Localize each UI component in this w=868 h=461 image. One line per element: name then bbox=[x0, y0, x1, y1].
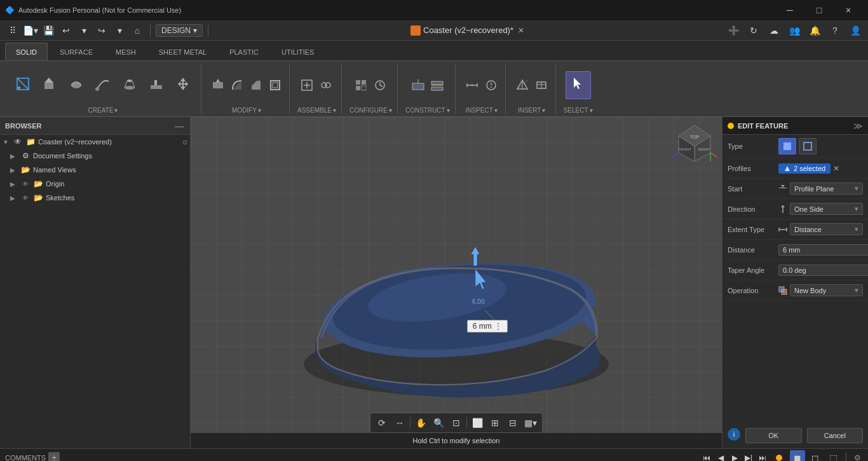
zoom-fit-button[interactable]: ⊡ bbox=[449, 415, 464, 430]
tab-sheet-metal[interactable]: SHEET METAL bbox=[148, 43, 217, 60]
quick-access-bar: ⠿ 📄▾ 💾 ↩ ▾ ↪ ▾ ⌂ DESIGN ▾ Coaster (v2~re… bbox=[0, 20, 868, 41]
timeline-end-button[interactable]: ⏭ bbox=[757, 452, 768, 462]
dim-menu-button[interactable]: ⋮ bbox=[494, 322, 502, 331]
solid-view-button[interactable]: ◼ bbox=[790, 450, 805, 462]
users-button[interactable]: 👥 bbox=[787, 23, 802, 38]
rib-button[interactable] bbox=[144, 71, 169, 99]
direction-dropdown[interactable]: One Side ▾ bbox=[790, 203, 863, 215]
design-workspace-button[interactable]: DESIGN ▾ bbox=[156, 24, 203, 37]
profiles-clear-button[interactable]: ✕ bbox=[833, 164, 839, 173]
add-tab-button[interactable]: ➕ bbox=[726, 23, 741, 38]
ef-expand-button[interactable]: ≫ bbox=[853, 121, 863, 131]
tree-item-sketches[interactable]: ▶ 👁 📂 Sketches bbox=[0, 191, 190, 205]
revolve-button[interactable] bbox=[64, 71, 89, 99]
tab-solid[interactable]: SOLID bbox=[5, 43, 48, 60]
configure-btn-1[interactable] bbox=[352, 76, 370, 94]
redo-arrow-button[interactable]: ▾ bbox=[112, 23, 127, 38]
visibility-icon-origin[interactable]: 👁 bbox=[20, 179, 31, 189]
zoom-button[interactable]: 🔍 bbox=[431, 415, 446, 430]
grid-menu-button[interactable]: ⠿ bbox=[5, 23, 20, 38]
undo-arrow-button[interactable]: ▾ bbox=[76, 23, 92, 38]
user-button[interactable]: 👤 bbox=[848, 23, 863, 38]
orbit-button[interactable]: ⟳ bbox=[374, 415, 390, 430]
fillet-button[interactable] bbox=[228, 76, 246, 94]
midplane-button[interactable] bbox=[428, 76, 446, 94]
notifications-button[interactable]: 🔔 bbox=[807, 23, 822, 38]
grid-menu-button[interactable]: ⊟ bbox=[505, 415, 520, 430]
file-menu-button[interactable]: 📄▾ bbox=[23, 23, 38, 38]
tab-mesh[interactable]: MESH bbox=[105, 43, 147, 60]
redo-button[interactable]: ↪ bbox=[94, 23, 109, 38]
loft-button[interactable] bbox=[117, 71, 142, 99]
inspect-btn-2[interactable] bbox=[482, 76, 500, 94]
sweep-button[interactable] bbox=[90, 71, 116, 99]
view-cube-button[interactable]: ⬜ bbox=[470, 415, 485, 430]
tree-item-doc-settings[interactable]: ▶ ⚙ Document Settings bbox=[0, 149, 190, 163]
joint-button[interactable] bbox=[317, 76, 335, 94]
tab-surface[interactable]: SURFACE bbox=[49, 43, 104, 60]
operation-dropdown[interactable]: New Body ▾ bbox=[790, 284, 863, 296]
measure-button[interactable] bbox=[463, 76, 481, 94]
chamfer-button[interactable] bbox=[247, 76, 265, 94]
type-btn-surface[interactable] bbox=[799, 138, 817, 155]
save-button[interactable]: 💾 bbox=[41, 23, 56, 38]
minimize-button[interactable]: ─ bbox=[775, 0, 804, 20]
new-component-button[interactable] bbox=[298, 76, 316, 94]
configure-group-label: CONFIGURE ▾ bbox=[349, 107, 392, 114]
profiles-selected-button[interactable]: 2 selected bbox=[778, 163, 831, 174]
grid-toggle-button[interactable]: ⊞ bbox=[487, 415, 503, 430]
cancel-button[interactable]: Cancel bbox=[807, 428, 864, 443]
move-button[interactable] bbox=[170, 71, 196, 99]
display-settings-button[interactable]: ▦▾ bbox=[523, 415, 538, 430]
shell-button[interactable] bbox=[266, 76, 284, 94]
tree-item-root[interactable]: ▼ 👁 📁 Coaster (v2~recovered) ⊙ bbox=[0, 135, 190, 149]
sync-button[interactable]: ↻ bbox=[746, 23, 761, 38]
visibility-icon-sketches[interactable]: 👁 bbox=[20, 193, 31, 203]
timeline-next-button[interactable]: ▶| bbox=[743, 452, 754, 462]
tree-item-origin[interactable]: ▶ 👁 📂 Origin bbox=[0, 177, 190, 191]
tab-plastic[interactable]: PLASTIC bbox=[219, 43, 269, 60]
browser-header: BROWSER — bbox=[0, 117, 190, 135]
distance-input[interactable] bbox=[778, 244, 868, 256]
wireframe-view-button[interactable]: ◻ bbox=[808, 450, 823, 462]
cloud-button[interactable]: ☁ bbox=[766, 23, 782, 38]
viewport[interactable]: 6.00 6 mm ⋮ TOP RIGHT bbox=[191, 117, 722, 448]
select-button[interactable] bbox=[566, 71, 591, 99]
type-btn-solid[interactable] bbox=[778, 138, 796, 155]
timeline-prev-button[interactable]: ◀ bbox=[715, 452, 726, 462]
configure-btn-2[interactable] bbox=[371, 76, 389, 94]
close-file-button[interactable]: ✕ bbox=[516, 25, 526, 36]
window-titlebar: 🔷 Autodesk Fusion Personal (Not for Comm… bbox=[0, 0, 868, 20]
home-button[interactable]: ⌂ bbox=[130, 23, 145, 38]
tab-utilities[interactable]: UTILITIES bbox=[271, 43, 325, 60]
browser-collapse-button[interactable]: — bbox=[173, 120, 185, 132]
create-sketch-button[interactable] bbox=[10, 71, 36, 99]
offset-plane-button[interactable] bbox=[409, 76, 427, 94]
view-cube[interactable]: TOP RIGHT FRONT bbox=[672, 122, 717, 167]
help-button[interactable]: ? bbox=[827, 23, 843, 38]
pan-button[interactable]: ✋ bbox=[413, 415, 428, 430]
timeline-play-button[interactable]: ▶ bbox=[729, 452, 740, 462]
maximize-button[interactable]: □ bbox=[804, 0, 834, 20]
timeline-marker-current[interactable] bbox=[776, 455, 782, 461]
taper-angle-input[interactable] bbox=[778, 265, 868, 276]
close-button[interactable]: × bbox=[834, 0, 863, 20]
timeline-start-button[interactable]: ⏮ bbox=[701, 452, 712, 462]
undo-button[interactable]: ↩ bbox=[58, 23, 74, 38]
dimension-label[interactable]: 6 mm ⋮ bbox=[467, 320, 508, 333]
ef-info-button[interactable]: i bbox=[728, 428, 740, 441]
settings-button[interactable]: ⚙ bbox=[851, 452, 863, 462]
start-dropdown[interactable]: Profile Plane ▾ bbox=[790, 182, 863, 195]
add-comment-button[interactable]: + bbox=[48, 452, 60, 462]
vp-tool-2[interactable]: ↔ bbox=[392, 415, 407, 430]
extent-type-dropdown[interactable]: Distance ▾ bbox=[790, 223, 863, 235]
insert-svg-button[interactable] bbox=[532, 76, 550, 94]
insert-mesh-button[interactable] bbox=[513, 76, 531, 94]
press-pull-button[interactable] bbox=[209, 76, 227, 94]
construct-group-label: CONSTRUCT ▾ bbox=[405, 107, 450, 114]
ok-button[interactable]: OK bbox=[745, 428, 802, 443]
tree-item-named-views[interactable]: ▶ 📂 Named Views bbox=[0, 163, 190, 177]
hidden-view-button[interactable]: ⬚ bbox=[825, 450, 841, 462]
visibility-icon-root[interactable]: 👁 bbox=[13, 137, 23, 147]
extrude-button[interactable] bbox=[37, 71, 62, 99]
